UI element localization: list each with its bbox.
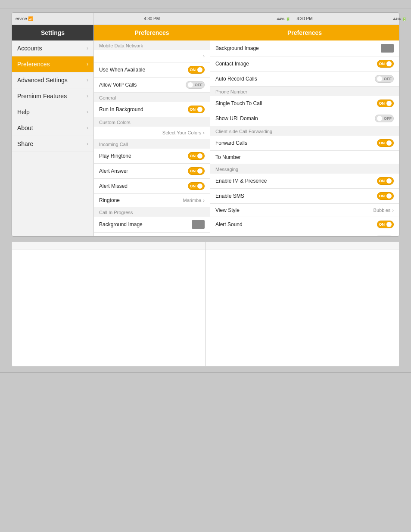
pref-alert-missed[interactable]: Alert Missed xyxy=(94,179,210,194)
right-section-messaging: Messaging xyxy=(210,164,399,174)
right-toggle-enable-im[interactable] xyxy=(377,177,394,185)
right-pref-private-locked[interactable]: Private When Locked xyxy=(210,232,399,236)
pref-alert-answer[interactable]: Alert Answer xyxy=(94,164,210,179)
chevron-icon: › xyxy=(87,125,88,131)
right-pref-single-touch[interactable]: Single Touch To Call xyxy=(210,96,399,111)
preferences-panel: 4:30 PM 44% 🔋 Preferences Mobile Data Ne… xyxy=(94,13,210,236)
sidebar-item-preferences[interactable]: Preferences › xyxy=(12,56,93,72)
bottom-table xyxy=(12,242,399,367)
pref-run-bg[interactable]: Run In Background xyxy=(94,102,210,117)
sidebar-item-help[interactable]: Help › xyxy=(12,104,93,120)
right-section-phone: Phone Number xyxy=(210,87,399,96)
right-pref-bg-image[interactable]: Background Image xyxy=(210,40,399,56)
pref-select-colors[interactable]: Select Your Colors › xyxy=(94,127,210,139)
sidebar-item-accounts[interactable]: Accounts › xyxy=(12,40,93,56)
right-pref-view-style[interactable]: View Style Bubbles › xyxy=(210,204,399,217)
tablet-screenshot: ervice 📶 Settings Accounts › Preferences… xyxy=(12,12,399,236)
right-pref-enable-sms[interactable]: Enable SMS xyxy=(210,189,399,204)
toggle-use-when[interactable] xyxy=(188,66,205,74)
pref-bg-image[interactable]: Background Image xyxy=(94,217,210,233)
sidebar-item-about[interactable]: About › xyxy=(12,120,93,136)
pref-use-when[interactable]: Use When Available xyxy=(94,62,210,78)
background-image-preview xyxy=(192,220,205,229)
right-section-forwarding: Client-side Call Forwarding xyxy=(210,126,399,136)
toggle-alert-missed[interactable] xyxy=(188,182,205,190)
bottom-separator xyxy=(0,372,411,373)
right-toggle-enable-sms[interactable] xyxy=(377,192,394,200)
sidebar-header: Settings xyxy=(12,25,93,40)
right-toggle-alert-sound[interactable] xyxy=(377,221,394,228)
section-mobile-data: Mobile Data Network xyxy=(94,40,210,50)
toggle-run-bg[interactable] xyxy=(188,106,205,113)
sidebar-item-share[interactable]: Share › xyxy=(12,136,93,152)
chevron-icon: › xyxy=(87,77,88,83)
chevron-icon: › xyxy=(87,45,88,51)
pref-allow-voip[interactable]: Allow VoIP Calls xyxy=(94,78,210,93)
right-toggle-show-uri[interactable] xyxy=(375,115,394,122)
right-toggle-auto-record[interactable] xyxy=(375,75,394,83)
table-section-1 xyxy=(12,249,399,310)
chevron-icon: › xyxy=(87,141,88,147)
table-section2-col2 xyxy=(206,310,399,366)
table-header-col1 xyxy=(12,242,206,249)
right-toggle-single-touch[interactable] xyxy=(377,100,394,107)
section-general: General xyxy=(94,93,210,102)
toggle-allow-voip[interactable] xyxy=(186,81,205,89)
table-section1-col2 xyxy=(206,249,399,310)
pref-play-ringtone[interactable]: Play Ringtone xyxy=(94,149,210,164)
table-header-col2 xyxy=(206,242,399,249)
right-toggle-contact-image[interactable] xyxy=(377,60,394,68)
right-pref-to-number[interactable]: To Number xyxy=(210,151,399,164)
section-call-progress: Call In Progress xyxy=(94,207,210,217)
section-incoming-call: Incoming Call xyxy=(94,139,210,149)
middle-panel-header: Preferences xyxy=(94,25,210,40)
right-pref-auto-record[interactable]: Auto Record Calls xyxy=(210,72,399,87)
right-pref-forward-calls[interactable]: Forward Calls xyxy=(210,136,399,151)
section-custom-colors: Custom Colors xyxy=(94,117,210,127)
table-section1-col1 xyxy=(12,249,206,310)
pref-row-link[interactable]: › xyxy=(94,50,210,62)
top-separator xyxy=(0,9,411,9)
chevron-icon: › xyxy=(87,109,88,115)
chevron-icon: › xyxy=(87,93,88,99)
right-panel: 4:30 PM 44% 🔋 Preferences Background Ima… xyxy=(210,13,399,236)
right-pref-show-uri[interactable]: Show URI Domain xyxy=(210,111,399,126)
right-panel-header: Preferences xyxy=(210,25,399,40)
right-status-bar: 4:30 PM 44% 🔋 xyxy=(210,13,399,25)
settings-sidebar: ervice 📶 Settings Accounts › Preferences… xyxy=(12,13,94,236)
right-pref-alert-sound[interactable]: Alert Sound xyxy=(210,217,399,232)
sidebar-item-premium-features[interactable]: Premium Features › xyxy=(12,88,93,104)
chevron-icon: › xyxy=(87,61,88,67)
right-pref-contact-image[interactable]: Contact Image xyxy=(210,56,399,72)
middle-status-bar: 4:30 PM 44% 🔋 xyxy=(94,13,210,25)
right-background-image-preview xyxy=(381,44,394,53)
table-section2-col1 xyxy=(12,310,206,366)
pref-contact-image[interactable]: Contact Image xyxy=(94,233,210,236)
sidebar-item-advanced-settings[interactable]: Advanced Settings › xyxy=(12,72,93,88)
signal-icon: ervice 📶 xyxy=(16,16,33,21)
table-header-row xyxy=(12,242,399,249)
table-section-2 xyxy=(12,310,399,367)
right-toggle-private-locked[interactable] xyxy=(375,236,394,236)
sidebar-status-bar: ervice 📶 xyxy=(12,13,93,25)
toggle-play-ringtone[interactable] xyxy=(188,152,205,160)
toggle-alert-answer[interactable] xyxy=(188,167,205,175)
right-toggle-forward-calls[interactable] xyxy=(377,139,394,147)
right-pref-enable-im[interactable]: Enable IM & Presence xyxy=(210,174,399,189)
pref-ringtone[interactable]: Ringtone Marimba › xyxy=(94,194,210,207)
